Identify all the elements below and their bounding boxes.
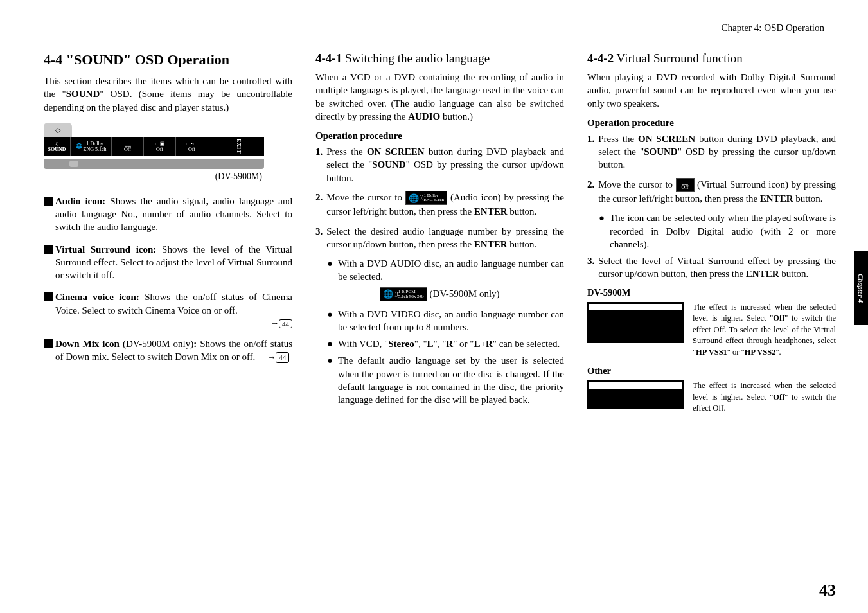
- cinema-ref: →44: [44, 318, 292, 328]
- s441-step3: 3. Select the desired audio language num…: [315, 225, 564, 251]
- subsection-442: 4-4-2 Virtual Surround function: [587, 51, 836, 66]
- page: Chapter 4: OSD Operation 4-4 "SOUND" OSD…: [0, 0, 868, 613]
- column-1: 4-4 "SOUND" OSD Operation This section d…: [44, 51, 292, 422]
- osd-bottom-band: [44, 159, 264, 169]
- column-2: 4-4-1 Switching the audio language When …: [315, 51, 564, 422]
- pcm-icon-row: 🌐))1 P. PCM5.1ch 96k 24b (DV-5900M only): [315, 287, 564, 301]
- side-tab-chapter: Chapter 4: [854, 251, 868, 325]
- dv5900-box: [587, 302, 684, 343]
- s441-bullet1: ●With a DVD AUDIO disc, an audio languag…: [327, 257, 564, 283]
- bullet-square-icon: [44, 245, 53, 254]
- s441-intro: When a VCD or a DVD containing the recor…: [315, 71, 564, 123]
- vsurr-icon-desc: Virtual Surround icon: Shows the level o…: [44, 243, 292, 282]
- section-title: 4-4 "SOUND" OSD Operation: [44, 51, 292, 68]
- dv5900-label: DV-5900M: [587, 287, 836, 298]
- bullet-square-icon: [44, 339, 53, 348]
- vsurr-icon-inline: ⎯⎯Off: [676, 178, 695, 192]
- osd-cinema-cell: ▭▣Off: [144, 137, 176, 156]
- s442-intro: When playing a DVD recorded with Dolby D…: [587, 71, 836, 110]
- s441-bullet2: ●With a DVD VIDEO disc, an audio languag…: [327, 308, 564, 334]
- osd-top-tab: ◇: [44, 123, 72, 137]
- s441-step2: 2. Move the cursor to 🌐))1 DolbyENG 5.1c…: [315, 191, 564, 218]
- operation-procedure-label: Operation procedure: [315, 130, 564, 141]
- s442-bullet1: ●The icon can be selected only when the …: [599, 211, 836, 251]
- s442-step3: 3. Select the level of Virtual Surround …: [587, 254, 836, 281]
- s441-step1: 1. Press the ON SCREEN button during DVD…: [315, 145, 564, 184]
- osd-blank-cell: [208, 137, 234, 156]
- intro-paragraph: This section describes the items which c…: [44, 75, 292, 114]
- audio-icon-desc: Audio icon: Shows the audio signal, audi…: [44, 195, 292, 234]
- subsection-441: 4-4-1 Switching the audio language: [315, 51, 564, 66]
- bullet-square-icon: [44, 197, 53, 206]
- s441-bullet4: ●The default audio language set by the u…: [327, 354, 564, 406]
- s442-step1: 1. Press the ON SCREEN button during DVD…: [587, 132, 836, 172]
- s442-step2: 2. Move the cursor to ⎯⎯Off (Virtual Sur…: [587, 178, 836, 206]
- column-3: 4-4-2 Virtual Surround function When pla…: [587, 51, 836, 422]
- content-columns: 4-4 "SOUND" OSD Operation This section d…: [44, 51, 836, 422]
- osd-bar-figure: ◇ ♫SOUND 🌐1 DolbyENG 5.1ch ⎯⎯Off ▭▣Off ▭…: [44, 120, 292, 169]
- osd-audio-cell: 🌐1 DolbyENG 5.1ch: [71, 137, 112, 156]
- pcm-icon: 🌐))1 P. PCM5.1ch 96k 24b: [380, 287, 427, 301]
- page-number: 43: [819, 581, 836, 600]
- other-label: Other: [587, 366, 836, 377]
- s441-bullet3: ●With VCD, "Stereo", "L", "R" or "L+R" c…: [327, 337, 564, 350]
- dv5900-desc: The effect is increased when the selecte…: [693, 302, 836, 359]
- model-caption: (DV-5900M): [44, 172, 262, 182]
- operation-procedure-label: Operation procedure: [587, 118, 836, 129]
- other-row: The effect is increased when the selecte…: [587, 380, 836, 414]
- osd-downmix-cell: ▭•▭Off: [176, 137, 208, 156]
- osd-vsurr-cell: ⎯⎯Off: [112, 137, 144, 156]
- downmix-icon-desc: Down Mix icon (DV-5900M only): Shows the…: [44, 337, 292, 364]
- bullet-square-icon: [44, 292, 53, 301]
- audio-icon-inline: 🌐))1 DolbyENG 5.1ch: [405, 191, 447, 205]
- osd-exit-cell: EXIT: [234, 137, 243, 156]
- other-box: [587, 380, 684, 409]
- chapter-header: Chapter 4: OSD Operation: [44, 22, 836, 33]
- cinema-icon-desc: Cinema voice icon: Shows the on/off stat…: [44, 290, 292, 317]
- dv5900-row: The effect is increased when the selecte…: [587, 302, 836, 359]
- other-desc: The effect is increased when the selecte…: [693, 380, 836, 414]
- osd-sound-cell: ♫SOUND: [44, 137, 71, 156]
